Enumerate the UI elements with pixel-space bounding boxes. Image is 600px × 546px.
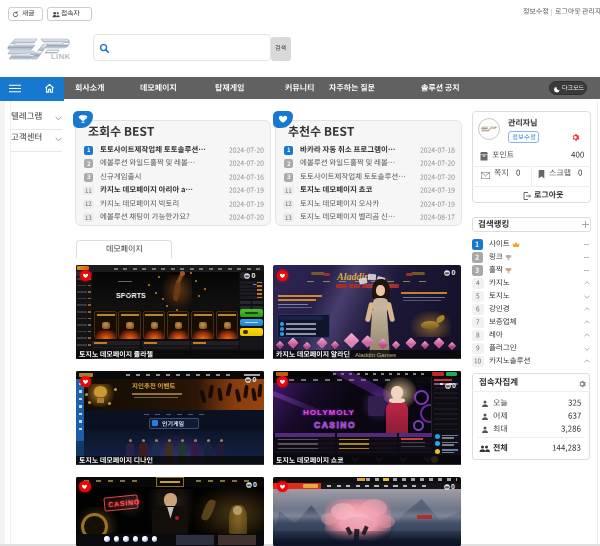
svg-text:LINK: LINK (51, 52, 71, 61)
